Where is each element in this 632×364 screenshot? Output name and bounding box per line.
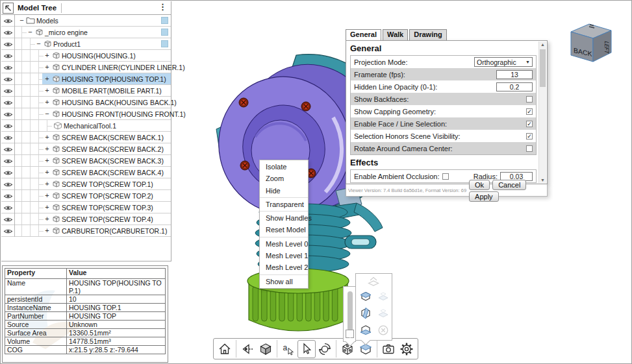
- visibility-eye-icon[interactable]: [1, 202, 15, 213]
- tree-expander[interactable]: +: [44, 133, 51, 141]
- visibility-eye-icon[interactable]: [1, 167, 15, 178]
- tree-row-badge[interactable]: [161, 29, 168, 36]
- menu-item-mesh-level-0[interactable]: Mesh Level 0: [260, 238, 308, 250]
- visibility-eye-icon[interactable]: [1, 108, 15, 120]
- settings-checkbox[interactable]: [526, 96, 533, 103]
- snapshot-button[interactable]: [379, 340, 398, 358]
- kebab-menu-icon[interactable]: ⋮: [158, 2, 167, 12]
- tree-expander[interactable]: +: [44, 180, 51, 188]
- tree-expander[interactable]: +: [44, 156, 51, 164]
- tree-expander[interactable]: −: [18, 16, 25, 24]
- tree-row[interactable]: +SCREW BACK(SCREW BACK.4): [1, 167, 171, 178]
- ok-button[interactable]: Ok: [469, 180, 490, 190]
- menu-item-reset-model[interactable]: Reset Model: [260, 224, 308, 236]
- projection-mode-select[interactable]: Orthographic▼: [474, 57, 533, 67]
- tree-row[interactable]: +SCREW TOP(SCREW TOP.3): [1, 202, 171, 213]
- tree-row[interactable]: +SCREW TOP(SCREW TOP.4): [1, 213, 171, 225]
- apply-button[interactable]: Apply: [469, 191, 499, 202]
- settings-button[interactable]: [398, 340, 416, 358]
- visibility-eye-icon[interactable]: [1, 132, 15, 143]
- settings-input[interactable]: 13: [496, 70, 533, 79]
- menu-item-isolate[interactable]: Isolate: [260, 161, 308, 173]
- home-button[interactable]: [216, 340, 234, 358]
- menu-item-mesh-level-1[interactable]: Mesh Level 1: [260, 250, 308, 261]
- tree-expander[interactable]: +: [44, 215, 51, 223]
- visibility-eye-icon[interactable]: [1, 143, 15, 155]
- select-button[interactable]: [297, 340, 316, 358]
- visibility-eye-icon[interactable]: [1, 190, 15, 202]
- tree-row[interactable]: +SCREW TOP(SCREW TOP.2): [1, 190, 171, 202]
- settings-checkbox[interactable]: ✓: [526, 121, 533, 127]
- tree-expander[interactable]: −: [35, 40, 42, 47]
- cutting-plane-y-button[interactable]: [359, 306, 373, 321]
- orbit-button[interactable]: [316, 340, 334, 358]
- menu-item-show-handles[interactable]: Show Handles: [260, 212, 308, 224]
- visibility-eye-icon[interactable]: [1, 27, 15, 38]
- tree-row-badge[interactable]: [161, 40, 168, 47]
- visibility-eye-icon[interactable]: [1, 50, 15, 62]
- tree-row[interactable]: +HOUSING(HOUSING.1): [1, 50, 171, 62]
- tree-row[interactable]: +MOBILE PART(MOBILE PART.1): [1, 85, 171, 97]
- tree-row[interactable]: +HOUSING TOP(HOUSING TOP.1): [1, 73, 171, 85]
- reset-planes-button[interactable]: [376, 323, 390, 337]
- tree-expander[interactable]: +: [44, 203, 51, 211]
- tree-row[interactable]: +SCREW BACK(SCREW BACK.3): [1, 155, 171, 167]
- tree-row[interactable]: +HOUSING BACK(HOUSING BACK.1): [1, 97, 171, 108]
- menu-item-transparent[interactable]: Transparent: [260, 199, 308, 210]
- menu-item-hide[interactable]: Hide: [260, 185, 308, 197]
- tree-expander[interactable]: +: [44, 86, 51, 94]
- tree-row[interactable]: +SCREW BACK(SCREW BACK.2): [1, 143, 171, 155]
- tree-expander[interactable]: −: [27, 28, 34, 36]
- visibility-eye-icon[interactable]: [1, 225, 15, 237]
- settings-input[interactable]: 0.2: [496, 82, 533, 91]
- note-select-button[interactable]: a: [279, 340, 297, 358]
- ambient-occlusion-checkbox[interactable]: [442, 173, 449, 180]
- section-toggle-icon[interactable]: [367, 275, 380, 289]
- tree-expander[interactable]: −: [44, 110, 51, 117]
- plane-visibility-y-button[interactable]: [376, 306, 390, 321]
- tree-row[interactable]: −HOUSING FRONT(HOUSING FRONT.1): [1, 108, 171, 120]
- settings-checkbox[interactable]: ✓: [526, 133, 533, 140]
- tree-expander[interactable]: +: [44, 168, 51, 176]
- visibility-eye-icon[interactable]: [1, 97, 15, 108]
- plane-visibility-x-button[interactable]: [376, 289, 390, 304]
- tree-expander[interactable]: +: [44, 191, 51, 199]
- tree-row[interactable]: +SCREW TOP(SCREW TOP.1): [1, 178, 171, 190]
- tree-expander[interactable]: +: [44, 226, 51, 234]
- nav-cube[interactable]: BACK LEFT: [558, 16, 623, 67]
- visibility-eye-icon[interactable]: [1, 62, 15, 73]
- cutting-plane-x-button[interactable]: [359, 289, 373, 304]
- visibility-eye-icon[interactable]: [1, 38, 15, 50]
- menu-item-mesh-level-2[interactable]: Mesh Level 2: [260, 261, 308, 273]
- visibility-eye-icon[interactable]: [1, 155, 15, 167]
- tree-row[interactable]: −_micro engine: [1, 27, 171, 38]
- cutting-plane-z-button[interactable]: [359, 323, 373, 337]
- render-mode-button[interactable]: [257, 340, 275, 358]
- visibility-eye-icon[interactable]: [1, 120, 15, 132]
- tree-row-badge[interactable]: [161, 17, 168, 24]
- settings-checkbox[interactable]: [526, 145, 533, 152]
- visibility-eye-icon[interactable]: [1, 73, 15, 85]
- menu-item-show-all[interactable]: Show all: [260, 276, 308, 287]
- scroll-up-arrow[interactable]: ▲: [539, 42, 546, 47]
- settings-checkbox[interactable]: ✓: [526, 108, 533, 115]
- tab-drawing[interactable]: Drawing: [409, 29, 446, 41]
- tab-walk[interactable]: Walk: [383, 29, 408, 41]
- camera-view-button[interactable]: [238, 340, 257, 358]
- visibility-eye-icon[interactable]: [1, 85, 15, 97]
- tree-row[interactable]: MechanicalTool.1: [1, 120, 171, 132]
- visibility-eye-icon[interactable]: [1, 15, 15, 27]
- tree-row[interactable]: −Product1: [1, 38, 171, 50]
- tree-row[interactable]: +CYLINDER LINER(CYLINDER LINER.1): [1, 62, 171, 73]
- tree-expander[interactable]: +: [44, 51, 51, 59]
- tree-row[interactable]: −Models: [1, 15, 171, 27]
- tree-expander[interactable]: +: [44, 145, 51, 152]
- tree-expander[interactable]: +: [44, 63, 51, 71]
- visibility-eye-icon[interactable]: [1, 213, 15, 225]
- tree-expander[interactable]: +: [44, 75, 51, 82]
- menu-item-zoom[interactable]: Zoom: [260, 173, 308, 184]
- tree-expander[interactable]: +: [44, 98, 51, 106]
- explode-slider-track[interactable]: [348, 291, 353, 332]
- scroll-thumb[interactable]: [540, 49, 546, 87]
- tree-select-arrow-icon[interactable]: [3, 3, 14, 14]
